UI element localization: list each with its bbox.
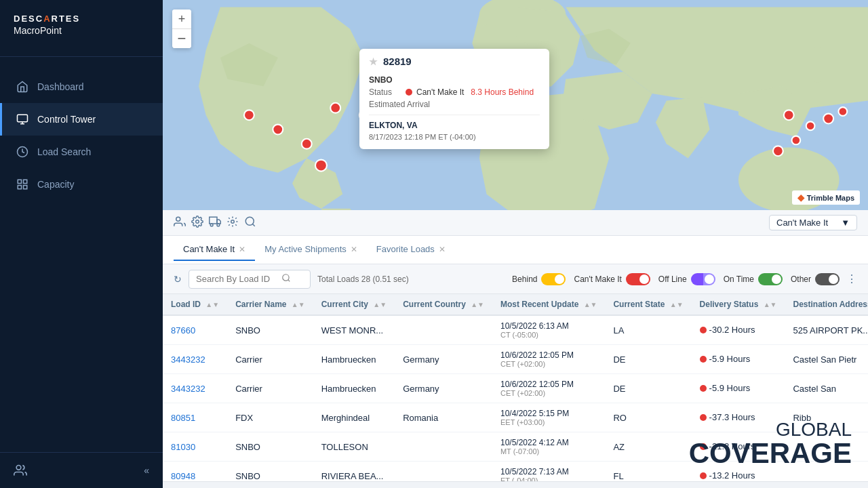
col-load-id-label: Load ID — [171, 300, 201, 309]
sort-icon: ▲▼ — [373, 301, 387, 308]
popup-header: ★ 82819 — [359, 49, 549, 71]
tab-label: Can't Make It — [183, 244, 235, 254]
chevron-down-icon: ▼ — [841, 218, 850, 228]
sidebar-item-dashboard[interactable]: Dashboard — [0, 70, 163, 103]
zoom-in-button[interactable]: + — [172, 9, 191, 28]
sidebar-item-label: Control Tower — [37, 114, 96, 125]
more-options-button[interactable]: ⋮ — [846, 272, 857, 285]
svg-point-13 — [807, 47, 829, 83]
col-most-recent-update[interactable]: Most Recent Update ▲▼ — [492, 294, 606, 315]
svg-rect-5 — [24, 180, 27, 183]
behind-toggle[interactable] — [541, 273, 566, 285]
popup-load-id: 82819 — [383, 56, 412, 67]
cell-city: TOLLESON — [313, 432, 395, 462]
tab-label: Favorite Loads — [376, 244, 435, 254]
load-id-link[interactable]: 81030 — [171, 442, 195, 452]
cell-state: RO — [605, 403, 691, 432]
svg-point-39 — [283, 274, 289, 280]
cell-delivery-status: -30.2 Hours — [692, 315, 785, 345]
popup-body: SNBO Status Can't Make It 8.3 Hours Behi… — [359, 71, 549, 149]
off-line-toggle[interactable] — [691, 273, 715, 285]
users-icon[interactable] — [174, 216, 186, 230]
total-loads-text: Total Loads 28 (0.51 sec) — [317, 274, 409, 284]
cell-delivery-status: -5.9 Hours — [692, 345, 785, 374]
popup-status-row: Status Can't Make It 8.3 Hours Behind — [369, 86, 540, 98]
tab-active-shipments[interactable]: My Active Shipments ✕ — [255, 239, 367, 261]
cell-delivery-status: -37.3 Hours — [692, 403, 785, 432]
sidebar: DESCARTES MacroPoint Dashboard Control — [0, 0, 163, 488]
cant-make-it-label: Can't Make It — [574, 274, 621, 284]
table-container: Load ID ▲▼ Carrier Name ▲▼ Current City … — [163, 294, 868, 481]
user-icon[interactable] — [14, 464, 27, 477]
col-current-country[interactable]: Current Country ▲▼ — [395, 294, 492, 315]
popup-location-row: ELKTON, VA — [369, 119, 540, 131]
tab-close-cant-make-it[interactable]: ✕ — [239, 245, 245, 254]
sidebar-item-control-tower[interactable]: Control Tower — [0, 103, 163, 136]
svg-point-16 — [330, 103, 340, 113]
settings-icon[interactable] — [191, 216, 203, 230]
sort-icon: ▲▼ — [764, 301, 777, 308]
cell-load-id: 87660 — [163, 315, 227, 345]
trimble-label: Trimble Maps — [807, 194, 854, 202]
map-area[interactable]: ★ 82819 SNBO Status Can't Make It 8.3 Ho… — [163, 0, 868, 210]
sidebar-item-label: Load Search — [37, 146, 91, 157]
tab-close-active-shipments[interactable]: ✕ — [351, 245, 357, 254]
cell-city: Hambruecken — [313, 345, 395, 374]
table-row: 81030 SNBO TOLLESON 10/5/2022 4:12 AM MT… — [163, 432, 868, 462]
cell-country — [395, 462, 492, 482]
col-delivery-status[interactable]: Delivery Status ▲▼ — [692, 294, 785, 315]
load-id-link[interactable]: 3443232 — [171, 384, 205, 394]
cell-country — [395, 315, 492, 345]
tab-cant-make-it[interactable]: Can't Make It ✕ — [174, 239, 255, 261]
gear-icon[interactable] — [226, 216, 239, 230]
cant-make-it-toggle[interactable] — [626, 273, 650, 285]
cell-delivery-status: -13.2 Hours — [692, 462, 785, 482]
tab-close-favorite-loads[interactable]: ✕ — [439, 245, 446, 254]
map-popup: ★ 82819 SNBO Status Can't Make It 8.3 Ho… — [359, 49, 549, 149]
search-map-icon[interactable] — [244, 216, 256, 230]
svg-point-20 — [244, 110, 254, 120]
refresh-button[interactable]: ↻ — [174, 274, 182, 285]
sidebar-item-load-search[interactable]: Load Search — [0, 136, 163, 168]
cell-country: Romania — [395, 403, 492, 432]
cell-carrier: Carrier — [227, 345, 313, 374]
map-zoom-controls: + − — [172, 9, 191, 48]
status-text: Can't Make It — [416, 87, 464, 97]
cell-carrier: FDX — [227, 403, 313, 432]
on-time-toggle[interactable] — [758, 273, 783, 285]
svg-rect-7 — [24, 186, 27, 189]
truck-icon[interactable] — [209, 216, 221, 230]
zoom-out-button[interactable]: − — [172, 29, 191, 48]
col-destination-address[interactable]: Destination Address ▲▼ — [785, 294, 868, 315]
col-current-city[interactable]: Current City ▲▼ — [313, 294, 395, 315]
cell-city: Merghindeal — [313, 403, 395, 432]
filter-value: Can't Make It — [776, 218, 828, 228]
col-current-state[interactable]: Current State ▲▼ — [605, 294, 691, 315]
svg-line-40 — [288, 279, 290, 281]
table-row: 80948 SNBO RIVIERA BEA... 10/5/2022 7:13… — [163, 462, 868, 482]
trimble-logo: ◆ Trimble Maps — [792, 190, 860, 205]
sidebar-item-capacity[interactable]: Capacity — [0, 168, 163, 201]
sort-icon: ▲▼ — [292, 301, 305, 308]
col-load-id[interactable]: Load ID ▲▼ — [163, 294, 227, 315]
horizontal-scrollbar[interactable] — [163, 481, 868, 488]
search-bar: ↻ Total Loads 28 (0.51 sec) Behind Can't… — [163, 264, 868, 294]
filter-dropdown[interactable]: Can't Make It ▼ — [769, 215, 857, 230]
popup-arrival-row: Estimated Arrival — [369, 98, 540, 110]
other-toggle[interactable] — [815, 273, 840, 285]
cell-carrier: SNBO — [227, 462, 313, 482]
load-id-link[interactable]: 80851 — [171, 413, 195, 423]
col-carrier-name[interactable]: Carrier Name ▲▼ — [227, 294, 313, 315]
svg-point-8 — [16, 466, 21, 470]
svg-rect-0 — [18, 115, 28, 122]
load-id-link[interactable]: 3443232 — [171, 354, 205, 365]
collapse-button[interactable]: « — [144, 465, 149, 476]
search-input[interactable] — [196, 274, 277, 284]
cell-city: WEST MONR... — [313, 315, 395, 345]
search-icon[interactable] — [281, 273, 291, 285]
tab-favorite-loads[interactable]: Favorite Loads ✕ — [367, 239, 455, 261]
cell-load-id: 80851 — [163, 403, 227, 432]
star-icon[interactable]: ★ — [369, 56, 378, 67]
load-id-link[interactable]: 87660 — [171, 325, 195, 336]
load-id-link[interactable]: 80948 — [171, 471, 195, 481]
